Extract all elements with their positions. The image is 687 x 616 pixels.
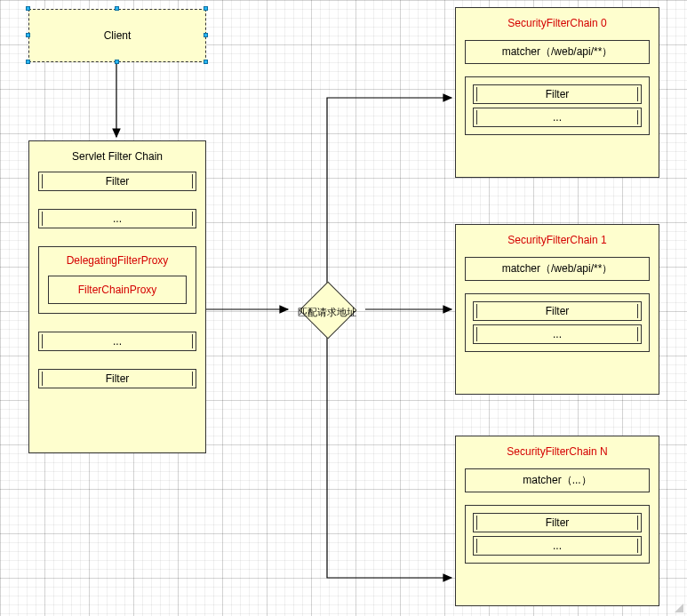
client-node[interactable]: Client	[28, 9, 206, 62]
decision-label: 匹配请求地址	[287, 306, 367, 319]
client-label: Client	[104, 29, 132, 42]
matcher-row: matcher（/web/api/**）	[465, 40, 650, 64]
servlet-filter-chain-node[interactable]: Servlet Filter Chain Filter ... Delegati…	[28, 140, 206, 453]
sfc1-title: SecurityFilterChain 1	[507, 234, 606, 246]
security-filter-chain-1-node[interactable]: SecurityFilterChain 1 matcher（/web/api/*…	[455, 224, 659, 395]
resize-handle-icon[interactable]	[204, 6, 208, 11]
filter-row: Filter	[473, 301, 642, 321]
filter-group: Filter ...	[465, 505, 650, 564]
matcher-row: matcher（...）	[465, 468, 650, 492]
security-filter-chain-n-node[interactable]: SecurityFilterChain N matcher（...） Filte…	[455, 436, 659, 606]
ellipsis-row: ...	[473, 536, 642, 556]
resize-handle-icon[interactable]	[26, 60, 30, 64]
ellipsis-row: ...	[38, 332, 196, 351]
matcher-row: matcher（/web/api/**）	[465, 257, 650, 281]
ellipsis-row: ...	[473, 108, 642, 127]
page-fold-icon	[675, 604, 683, 612]
delegating-title: DelegatingFilterProxy	[67, 254, 169, 267]
filter-chain-proxy-node[interactable]: FilterChainProxy	[48, 276, 187, 304]
servlet-chain-title: Servlet Filter Chain	[72, 150, 163, 163]
filter-row: Filter	[38, 172, 196, 191]
filter-row: Filter	[473, 84, 642, 104]
resize-handle-icon[interactable]	[204, 60, 208, 64]
delegating-filter-proxy-node[interactable]: DelegatingFilterProxy FilterChainProxy	[38, 246, 196, 314]
resize-handle-icon[interactable]	[115, 60, 119, 64]
sfcn-title: SecurityFilterChain N	[507, 445, 607, 458]
ellipsis-row: ...	[38, 209, 196, 228]
sfc0-title: SecurityFilterChain 0	[507, 17, 606, 29]
filter-group: Filter ...	[465, 293, 650, 352]
resize-handle-icon[interactable]	[26, 6, 30, 11]
filter-group: Filter ...	[465, 76, 650, 135]
filter-row: Filter	[38, 369, 196, 388]
resize-handle-icon[interactable]	[26, 33, 30, 37]
ellipsis-row: ...	[473, 324, 642, 344]
resize-handle-icon[interactable]	[115, 6, 119, 11]
resize-handle-icon[interactable]	[204, 33, 208, 37]
security-filter-chain-0-node[interactable]: SecurityFilterChain 0 matcher（/web/api/*…	[455, 7, 659, 178]
filter-row: Filter	[473, 513, 642, 532]
